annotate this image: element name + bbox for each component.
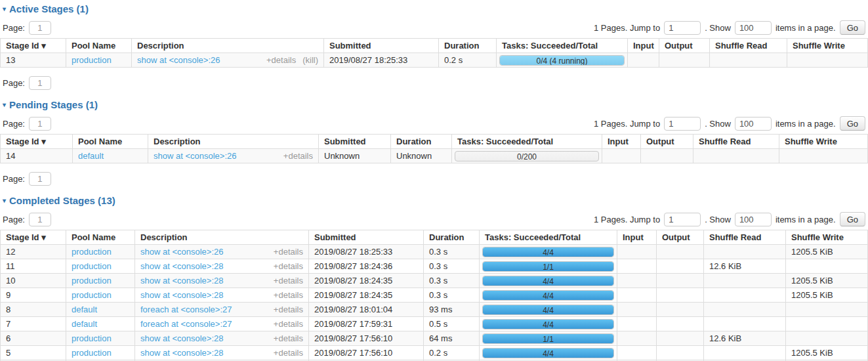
column-header-description[interactable]: Description (148, 135, 319, 149)
details-link[interactable]: +details (274, 333, 303, 343)
pool-name-link[interactable]: default (78, 151, 104, 161)
column-header-pool-name[interactable]: Pool Name (66, 230, 135, 245)
go-button[interactable]: Go (840, 116, 865, 131)
column-header-input[interactable]: Input (628, 39, 659, 53)
pool-name-link[interactable]: production (72, 333, 112, 343)
shuffle-read-cell (704, 245, 786, 259)
column-header-submitted[interactable]: Submitted (309, 230, 424, 245)
column-header-input[interactable]: Input (617, 230, 657, 245)
go-button[interactable]: Go (840, 212, 865, 226)
jump-to-input[interactable] (664, 21, 701, 35)
tasks-progress-label: 1/1 (483, 262, 613, 272)
duration-cell: 93 ms (424, 303, 480, 317)
column-header-shuffle-read[interactable]: Shuffle Read (693, 135, 779, 149)
input-cell (617, 259, 657, 274)
description-link[interactable]: show at <console>:28 (140, 290, 223, 300)
shuffle-write-cell (786, 331, 868, 346)
kill-link[interactable]: (kill) (302, 55, 318, 65)
show-text: . Show (705, 215, 731, 224)
description-link[interactable]: show at <console>:26 (137, 55, 220, 65)
column-header-shuffle-write[interactable]: Shuffle Write (779, 135, 868, 149)
column-header-stage-id[interactable]: Stage Id ▾ (1, 230, 66, 245)
column-header-stage-id[interactable]: Stage Id ▾ (1, 39, 66, 53)
description-link[interactable]: show at <console>:26 (154, 151, 236, 161)
tasks-progress-bar: 0/200 (455, 151, 599, 161)
go-button[interactable]: Go (840, 20, 865, 35)
details-link[interactable]: +details (266, 55, 296, 65)
page-number-input[interactable] (29, 76, 51, 90)
column-header-stage-id[interactable]: Stage Id ▾ (1, 135, 73, 149)
shuffle-write-cell: 1205.5 KiB (786, 288, 868, 303)
pool-name-link[interactable]: default (72, 305, 97, 314)
column-header-duration[interactable]: Duration (391, 135, 452, 149)
show-count-input[interactable] (735, 213, 772, 226)
column-header-pool-name[interactable]: Pool Name (66, 39, 132, 53)
column-header-output[interactable]: Output (659, 39, 710, 53)
details-link[interactable]: +details (274, 247, 303, 257)
pool-name-link[interactable]: production (72, 261, 112, 271)
duration-cell: 0.3 s (424, 245, 480, 259)
jump-to-input[interactable] (664, 213, 701, 226)
details-link[interactable]: +details (283, 151, 313, 161)
pool-name-link[interactable]: default (72, 319, 97, 329)
show-count-input[interactable] (735, 21, 772, 35)
column-header-submitted[interactable]: Submitted (319, 135, 391, 149)
details-link[interactable]: +details (274, 305, 303, 314)
description-link[interactable]: show at <console>:28 (140, 276, 223, 286)
details-link[interactable]: +details (274, 290, 303, 300)
pool-name-cell: production (66, 346, 135, 360)
pool-name-link[interactable]: production (72, 247, 112, 257)
pool-name-link[interactable]: production (72, 348, 112, 358)
description-link[interactable]: foreach at <console>:27 (140, 305, 232, 314)
description-link[interactable]: show at <console>:28 (140, 261, 223, 271)
duration-cell: 0.3 s (424, 288, 480, 303)
column-header-tasks-progress[interactable]: Tasks: Succeeded/Total (497, 39, 628, 53)
column-header-duration[interactable]: Duration (424, 230, 480, 245)
description-link[interactable]: foreach at <console>:27 (140, 319, 232, 329)
jump-to-input[interactable] (664, 117, 701, 131)
column-header-shuffle-write[interactable]: Shuffle Write (786, 230, 868, 245)
column-header-duration[interactable]: Duration (439, 39, 497, 53)
output-cell (659, 53, 710, 68)
page-selector: Page: (3, 172, 51, 186)
page-number-input[interactable] (29, 21, 51, 35)
description-link[interactable]: show at <console>:28 (140, 348, 223, 358)
output-cell (657, 245, 704, 259)
pool-name-link[interactable]: production (72, 55, 112, 65)
section-heading[interactable]: ▾ Completed Stages (13) (3, 195, 868, 206)
column-header-shuffle-read[interactable]: Shuffle Read (704, 230, 786, 245)
column-header-tasks-progress[interactable]: Tasks: Succeeded/Total (452, 135, 602, 149)
pager-bottom: Page: (3, 75, 865, 90)
show-count-input[interactable] (735, 117, 772, 131)
description-link[interactable]: show at <console>:26 (140, 247, 223, 257)
shuffle-write-cell: 1205.5 KiB (786, 274, 868, 288)
column-header-description[interactable]: Description (132, 39, 324, 53)
description-link[interactable]: show at <console>:28 (140, 333, 223, 343)
stages-table: Stage Id ▾Pool NameDescriptionSubmittedD… (0, 38, 868, 68)
pool-name-link[interactable]: production (72, 290, 112, 300)
details-link[interactable]: +details (274, 261, 303, 271)
section-heading[interactable]: ▾ Active Stages (1) (3, 3, 868, 14)
tasks-progress-cell: 1/1 (480, 259, 617, 274)
column-header-submitted[interactable]: Submitted (324, 39, 439, 53)
pool-name-link[interactable]: production (72, 276, 112, 286)
column-header-output[interactable]: Output (641, 135, 693, 149)
tasks-progress-cell: 4/4 (480, 245, 617, 259)
details-link[interactable]: +details (274, 319, 303, 329)
column-header-pool-name[interactable]: Pool Name (73, 135, 148, 149)
tasks-progress-cell: 4/4 (480, 346, 617, 360)
column-header-shuffle-read[interactable]: Shuffle Read (710, 39, 787, 53)
tasks-progress-label: 0/4 (4 running) (500, 56, 624, 66)
details-link[interactable]: +details (274, 348, 303, 358)
section-heading[interactable]: ▾ Pending Stages (1) (3, 99, 868, 110)
column-header-tasks-progress[interactable]: Tasks: Succeeded/Total (480, 230, 617, 245)
details-link[interactable]: +details (274, 276, 303, 286)
column-header-input[interactable]: Input (602, 135, 641, 149)
page-number-input[interactable] (29, 213, 51, 226)
column-header-description[interactable]: Description (135, 230, 309, 245)
page-number-input[interactable] (29, 117, 51, 131)
stage-section: ▾ Active Stages (1) Page: 1 Pages. Jump … (0, 3, 868, 90)
column-header-shuffle-write[interactable]: Shuffle Write (787, 39, 868, 53)
page-number-input[interactable] (29, 172, 51, 186)
column-header-output[interactable]: Output (657, 230, 704, 245)
